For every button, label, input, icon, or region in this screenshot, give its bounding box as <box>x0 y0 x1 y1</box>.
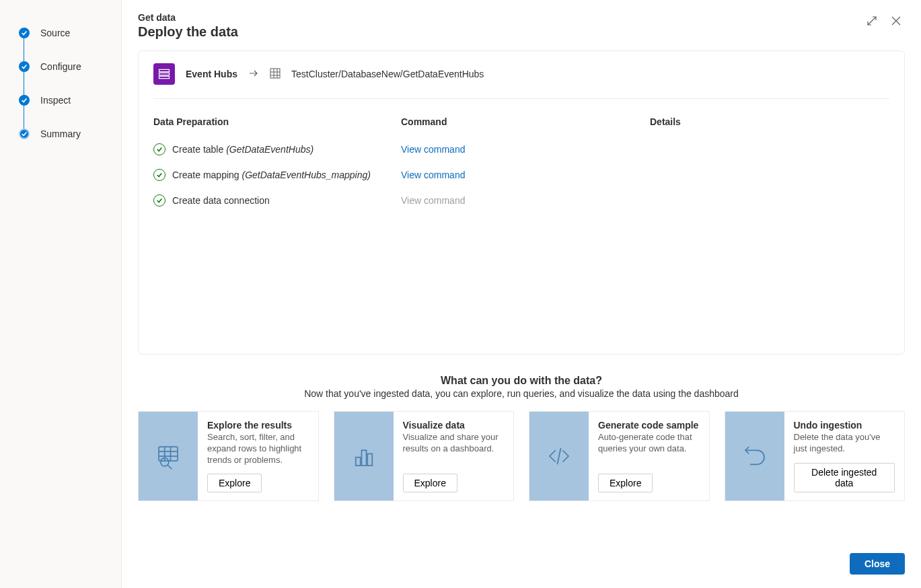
step-label: Inspect <box>40 95 71 106</box>
close-icon[interactable] <box>890 15 902 27</box>
card-title: Explore the results <box>207 420 309 431</box>
prep-row-create-mapping: Create mapping (GetDataEventHubs_mapping… <box>153 162 401 188</box>
footer: Close <box>138 540 905 575</box>
step-label: Configure <box>40 61 81 72</box>
explore-button[interactable]: Explore <box>403 474 457 492</box>
prep-label: Create table <box>172 144 226 155</box>
success-check-icon <box>153 143 165 155</box>
card-undo-ingestion[interactable]: Undo ingestion Delete the data you've ju… <box>725 411 906 501</box>
svg-rect-2 <box>159 76 170 78</box>
header-actions <box>866 15 902 27</box>
card-title: Undo ingestion <box>794 420 895 431</box>
deploy-card: Event Hubs TestCluster/DatabaseNew/GetDa… <box>138 50 905 355</box>
wizard-step-list: Source Configure Inspect Summary <box>19 16 121 151</box>
success-check-icon <box>153 169 165 181</box>
checkmark-icon <box>19 95 30 106</box>
col-head-command: Command <box>401 110 650 137</box>
step-inspect[interactable]: Inspect <box>19 83 121 117</box>
step-summary[interactable]: Summary <box>19 117 121 151</box>
prep-row-create-table: Create table (GetDataEventHubs) <box>153 137 401 162</box>
view-command-link[interactable]: View command <box>401 170 465 180</box>
prep-label-italic: (GetDataEventHubs) <box>226 144 314 155</box>
card-title: Visualize data <box>403 420 505 431</box>
step-source[interactable]: Source <box>19 16 121 50</box>
view-command-link[interactable]: View command <box>401 144 465 155</box>
path-row: Event Hubs TestCluster/DatabaseNew/GetDa… <box>153 63 889 99</box>
svg-rect-0 <box>159 69 170 71</box>
arrow-right-icon <box>248 68 259 81</box>
actions-title: What can you do with the data? <box>138 375 905 387</box>
checkmark-icon <box>19 128 30 139</box>
svg-rect-6 <box>355 457 360 466</box>
wizard-sidebar: Source Configure Inspect Summary <box>0 0 122 588</box>
details-cell <box>650 137 889 162</box>
step-label: Summary <box>40 128 81 139</box>
card-title: Generate code sample <box>598 420 700 431</box>
actions-header: What can you do with the data? Now that … <box>138 375 905 399</box>
undo-icon <box>725 412 784 501</box>
step-configure[interactable]: Configure <box>19 50 121 83</box>
card-desc: Delete the data you've just ingested. <box>794 432 895 455</box>
svg-rect-1 <box>159 73 170 75</box>
action-card-row: Explore the results Search, sort, filter… <box>138 411 905 501</box>
page-eyebrow: Get data <box>138 12 238 23</box>
card-desc: Search, sort, filter, and expand rows to… <box>207 432 309 466</box>
expand-icon[interactable] <box>866 15 878 27</box>
page-title: Deploy the data <box>138 24 238 40</box>
svg-rect-7 <box>361 450 366 466</box>
prep-row-create-connection: Create data connection <box>153 188 401 213</box>
code-icon <box>529 412 589 501</box>
header-row: Get data Deploy the data <box>138 12 905 40</box>
success-check-icon <box>153 194 165 207</box>
path-source-label: Event Hubs <box>186 69 237 79</box>
event-hubs-icon <box>153 63 175 85</box>
checkmark-icon <box>19 28 30 38</box>
actions-subtitle: Now that you've ingested data, you can e… <box>138 388 905 399</box>
path-target-label: TestCluster/DatabaseNew/GetDataEventHubs <box>291 69 484 79</box>
details-cell <box>650 162 889 188</box>
explore-button[interactable]: Explore <box>598 474 653 492</box>
details-cell <box>650 188 889 213</box>
card-explore-results[interactable]: Explore the results Search, sort, filter… <box>138 411 319 501</box>
view-command-link-disabled: View command <box>401 195 465 206</box>
card-visualize-data[interactable]: Visualize data Visualize and share your … <box>334 411 515 501</box>
card-desc: Visualize and share your results on a da… <box>403 432 505 455</box>
col-head-details: Details <box>650 110 889 137</box>
bar-chart-icon <box>334 412 394 501</box>
svg-rect-8 <box>367 454 372 466</box>
explore-button[interactable]: Explore <box>207 474 262 492</box>
close-button[interactable]: Close <box>850 553 905 575</box>
prep-label-italic: (GetDataEventHubs_mapping) <box>242 170 371 180</box>
main-content: Get data Deploy the data Event Hubs Test <box>122 0 921 588</box>
header-titles: Get data Deploy the data <box>138 12 238 40</box>
step-label: Source <box>40 28 70 38</box>
prep-label: Create mapping <box>172 170 242 180</box>
card-desc: Auto-generate code that queries your own… <box>598 432 700 455</box>
delete-ingested-data-button[interactable]: Delete ingested data <box>794 463 895 492</box>
svg-rect-3 <box>270 69 280 78</box>
card-generate-code[interactable]: Generate code sample Auto-generate code … <box>529 411 710 501</box>
table-icon <box>270 68 281 81</box>
prep-label: Create data connection <box>172 195 270 206</box>
prep-grid: Data Preparation Command Details Create … <box>153 110 889 213</box>
col-head-prep: Data Preparation <box>153 110 401 137</box>
checkmark-icon <box>19 61 30 72</box>
table-search-icon <box>139 412 198 501</box>
